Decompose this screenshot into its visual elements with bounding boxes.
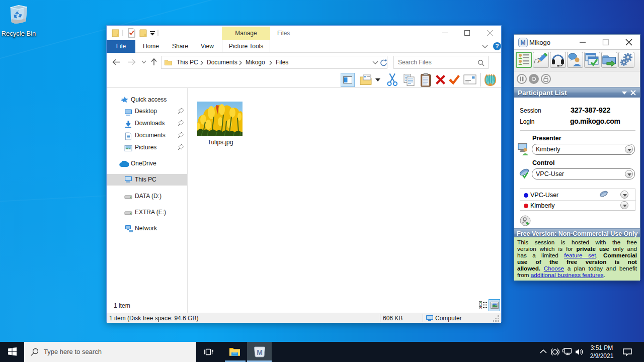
svg-text:M: M — [257, 348, 263, 356]
svg-text:M: M — [521, 39, 526, 46]
svg-text:?: ? — [495, 43, 499, 50]
